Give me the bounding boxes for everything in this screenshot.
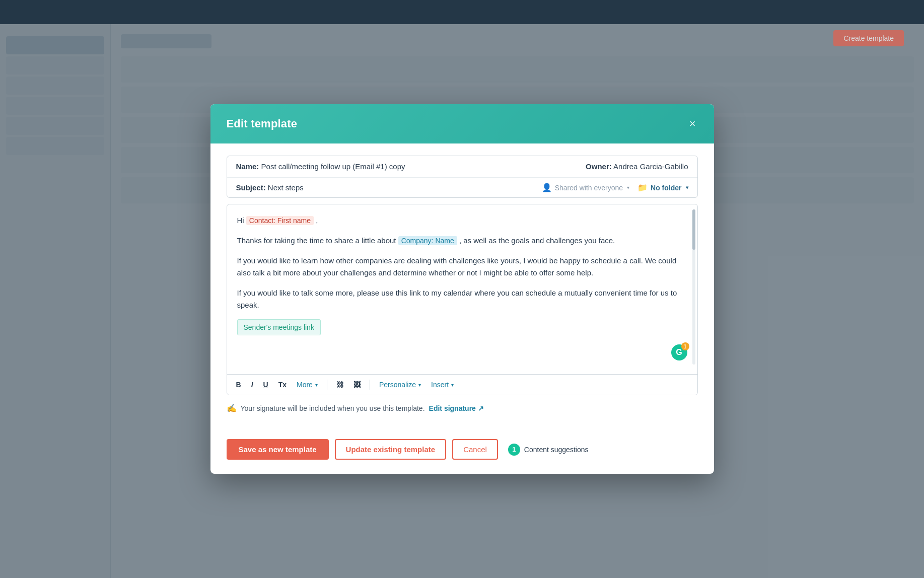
subject-row: Subject: Next steps 👤 Shared with everyo… bbox=[227, 178, 697, 197]
contact-first-name-token[interactable]: Contact: First name bbox=[246, 216, 314, 225]
person-icon: 👤 bbox=[542, 183, 552, 192]
modal-close-button[interactable]: × bbox=[687, 116, 698, 131]
personalize-label: Personalize bbox=[379, 381, 416, 389]
shared-chevron-icon: ▾ bbox=[627, 185, 629, 190]
edit-template-modal: Edit template × Name: Post call/meeting … bbox=[210, 104, 714, 474]
greeting-text: Hi bbox=[237, 216, 244, 225]
editor-content[interactable]: Hi Contact: First name , Thanks for taki… bbox=[227, 204, 697, 384]
owner-value: Andrea Garcia-Gabillo bbox=[613, 162, 688, 171]
subject-controls: 👤 Shared with everyone ▾ 📁 No folder ▾ bbox=[542, 183, 688, 192]
template-name-row: Name: Post call/meeting follow up (Email… bbox=[227, 156, 697, 178]
folder-label: No folder bbox=[651, 184, 681, 192]
template-owner-field: Owner: Andrea Garcia-Gabillo bbox=[586, 162, 688, 171]
image-button[interactable]: 🖼 bbox=[350, 379, 364, 391]
insert-dropdown-button[interactable]: Insert ▾ bbox=[428, 379, 457, 391]
toolbar-separator-1 bbox=[327, 380, 327, 390]
modal-backdrop: Edit template × Name: Post call/meeting … bbox=[0, 0, 924, 578]
shared-label: Shared with everyone bbox=[555, 184, 623, 192]
signature-text: Your signature will be included when you… bbox=[241, 404, 425, 412]
more-label: More bbox=[297, 381, 313, 389]
modal-header: Edit template × bbox=[210, 104, 714, 143]
modal-title: Edit template bbox=[227, 117, 298, 130]
grammarly-badge: 1 bbox=[681, 342, 689, 350]
content-suggestions-badge: 1 bbox=[508, 444, 520, 456]
edit-signature-label: Edit signature bbox=[429, 404, 476, 412]
more-chevron-icon: ▾ bbox=[315, 382, 318, 388]
editor-scrollbar[interactable] bbox=[692, 209, 695, 365]
shared-with-button[interactable]: 👤 Shared with everyone ▾ bbox=[542, 183, 629, 192]
save-as-new-template-button[interactable]: Save as new template bbox=[227, 439, 329, 460]
signature-row: ✍ Your signature will be included when y… bbox=[227, 403, 698, 413]
editor-para2: If you would like to learn how other com… bbox=[237, 255, 687, 279]
grammarly-icon-letter: G bbox=[676, 348, 682, 357]
template-name-field: Name: Post call/meeting follow up (Email… bbox=[236, 162, 405, 171]
folder-button[interactable]: 📁 No folder ▾ bbox=[637, 183, 688, 192]
folder-chevron-icon: ▾ bbox=[686, 185, 688, 190]
scrollbar-thumb bbox=[692, 209, 695, 250]
bold-button[interactable]: B bbox=[233, 379, 244, 391]
grammarly-button[interactable]: G 1 bbox=[671, 344, 687, 360]
external-link-icon: ↗ bbox=[478, 404, 484, 412]
editor-para1: Thanks for taking the time to share a li… bbox=[237, 235, 687, 247]
content-suggestions-button[interactable]: 1 Content suggestions bbox=[508, 444, 589, 456]
modal-body: Name: Post call/meeting follow up (Email… bbox=[210, 143, 714, 439]
name-label: Name: bbox=[236, 162, 259, 171]
insert-label: Insert bbox=[431, 381, 449, 389]
para1-prefix: Thanks for taking the time to share a li… bbox=[237, 236, 396, 245]
editor-para3: If you would like to talk some more, ple… bbox=[237, 287, 687, 311]
template-editor[interactable]: Hi Contact: First name , Thanks for taki… bbox=[227, 204, 698, 395]
update-existing-template-button[interactable]: Update existing template bbox=[335, 439, 447, 460]
personalize-chevron-icon: ▾ bbox=[418, 382, 421, 388]
subject-value: Next steps bbox=[268, 183, 304, 192]
underline-button[interactable]: U bbox=[260, 379, 271, 391]
link-button[interactable]: ⛓ bbox=[333, 379, 346, 391]
owner-label: Owner: bbox=[586, 162, 612, 171]
company-name-token[interactable]: Company: Name bbox=[398, 236, 457, 245]
meetings-link-token[interactable]: Sender's meetings link bbox=[237, 319, 321, 335]
personalize-dropdown-button[interactable]: Personalize ▾ bbox=[376, 379, 424, 391]
toolbar-separator-2 bbox=[370, 380, 370, 390]
template-name-value: Post call/meeting follow up (Email #1) c… bbox=[261, 162, 405, 171]
para1-suffix: , as well as the goals and challenges yo… bbox=[459, 236, 615, 245]
clear-format-button[interactable]: Tx bbox=[275, 379, 290, 391]
subject-label: Subject: bbox=[236, 183, 266, 192]
template-info-card: Name: Post call/meeting follow up (Email… bbox=[227, 156, 698, 198]
italic-button[interactable]: I bbox=[248, 379, 256, 391]
image-icon: 🖼 bbox=[353, 381, 361, 389]
folder-icon: 📁 bbox=[637, 183, 648, 192]
editor-toolbar: B I U Tx More ▾ ⛓ 🖼 bbox=[227, 374, 697, 395]
edit-signature-link[interactable]: Edit signature ↗ bbox=[429, 404, 484, 412]
editor-greeting-line: Hi Contact: First name , bbox=[237, 214, 687, 227]
editor-meetings-token-line: Sender's meetings link bbox=[237, 319, 687, 335]
link-icon: ⛓ bbox=[336, 381, 343, 389]
more-dropdown-button[interactable]: More ▾ bbox=[294, 379, 321, 391]
insert-chevron-icon: ▾ bbox=[451, 382, 454, 388]
modal-footer: Save as new template Update existing tem… bbox=[210, 439, 714, 474]
subject-field: Subject: Next steps bbox=[236, 183, 304, 192]
content-suggestions-label: Content suggestions bbox=[524, 446, 589, 454]
signature-icon: ✍ bbox=[227, 403, 237, 413]
cancel-button[interactable]: Cancel bbox=[452, 439, 498, 460]
